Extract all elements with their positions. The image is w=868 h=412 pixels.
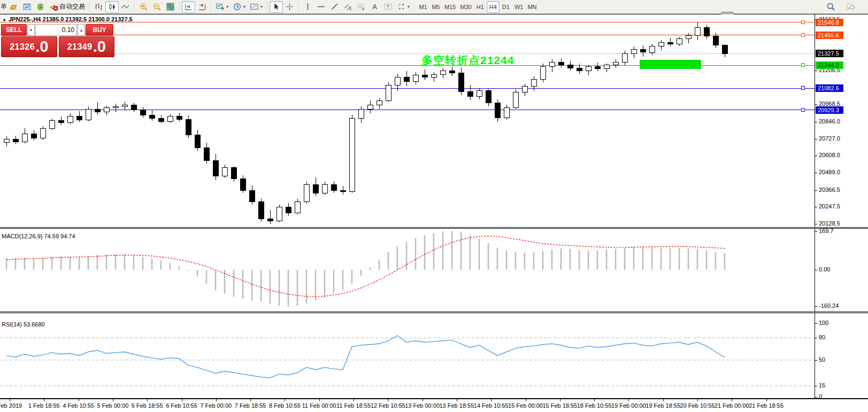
chart-title-text: JPN225-,H4 21385.0 21392.5 21300.0 21327… [9,16,133,22]
time-tick-mark [560,399,560,401]
chart-annotation-text[interactable]: 多空转折点21244 [421,53,514,68]
hline-drag-handle[interactable] [801,86,805,90]
time-axis-label: 5 Feb 18:55 [132,402,163,409]
hline-drag-handle[interactable] [801,33,805,37]
time-axis-label: 13 Feb 18:55 [439,402,474,409]
volume-input[interactable] [35,24,77,36]
tab-timeframe-H4[interactable]: H4 [487,1,500,13]
sell-price-button[interactable]: 21326 .0 [1,36,57,57]
candlestick-canvas[interactable] [0,15,815,227]
pane-separator[interactable] [0,227,868,229]
time-axis-label: 14 Feb 10:55 [474,402,509,409]
new-order[interactable]: 单 [0,1,7,13]
signal-button[interactable] [34,1,47,13]
search-button[interactable] [824,1,838,13]
time-tick-mark [79,399,79,401]
rsi-pane[interactable] [0,313,815,398]
button-label: H1 [477,4,484,10]
time-tick-mark [491,399,491,401]
text-label-icon [383,2,393,11]
horizontal-line-button[interactable] [314,1,328,13]
sell-button[interactable]: SELL [1,24,27,36]
time-tick-mark [594,399,595,401]
tab-timeframe-D1[interactable]: D1 [500,1,512,13]
arrows-button[interactable]: ▾ [395,1,412,13]
rsi-canvas[interactable] [0,313,815,398]
zoom-out-icon [152,2,162,11]
macd-axis-tick: -160.24 [819,302,839,309]
sell-price-dec: .0 [35,39,48,55]
dropdown-caret-icon[interactable]: ▾ [260,5,263,9]
trendline-button[interactable] [328,1,341,13]
hline-drag-handle[interactable] [801,63,805,67]
candlestick-chart-button[interactable] [105,1,119,13]
price-tick-mark [815,71,817,71]
vertical-line-icon [303,2,312,11]
tab-timeframe-W1[interactable]: W1 [512,1,526,13]
chart-window-button[interactable] [20,1,34,13]
tab-timeframe-M15[interactable]: M15 [442,1,458,13]
buy-price-button[interactable]: 21349 .0 [59,36,115,57]
volume-decrease-button[interactable]: ▼ [27,24,35,36]
price-axis[interactable]: 21563.521206.520968.520846.020727.020608… [815,14,868,399]
hline-drag-handle[interactable] [801,20,805,24]
time-axis[interactable]: Feb 20191 Feb 18:554 Feb 10:555 Feb 00:0… [0,399,815,412]
tab-timeframe-M30[interactable]: M30 [458,1,473,13]
tab-timeframe-MN[interactable]: MN [525,1,539,13]
dropdown-caret-icon[interactable]: ▾ [226,5,228,9]
button-label: 自动交易 [59,2,85,11]
time-tick-mark [423,399,423,401]
gold-ingot-button[interactable] [7,1,20,13]
tile-windows-button[interactable] [164,1,177,13]
tab-timeframe-H1[interactable]: H1 [474,1,487,13]
text-button[interactable] [368,1,381,13]
rsi-axis-tick-mark [815,360,817,361]
zoom-out-button[interactable] [150,1,164,13]
time-axis-label: 11 Feb 18:55 [336,402,371,409]
tab-timeframe-M1[interactable]: M1 [417,1,429,13]
tab-timeframe-M5[interactable]: M5 [429,1,442,13]
hline-drag-handle[interactable] [801,108,805,112]
trade-panel-prices: 21326 .0 21349 .0 [1,36,114,57]
fibonacci-button[interactable] [355,1,368,13]
time-axis-label: 20 Feb 10:55 [680,402,715,409]
volume-increase-button[interactable]: ▲ [78,24,85,36]
button-label: D1 [502,4,510,10]
bar-chart-button[interactable] [92,1,105,13]
chat-button[interactable] [844,1,857,13]
auto-scroll-button[interactable] [182,1,195,13]
main-chart-pane[interactable] [0,15,815,227]
chart-shift-button[interactable] [195,1,209,13]
pane-splitter-grip[interactable] [721,12,734,14]
buy-button[interactable]: BUY [86,24,113,36]
buy-price-dec: .0 [93,39,106,55]
periods-clock-button[interactable]: ▾ [231,1,248,13]
pane-separator[interactable] [0,312,868,313]
button-label: M15 [444,4,456,10]
price-level-label: 20929.3 [816,106,843,114]
cursor-button[interactable] [270,1,283,13]
indicators-add-button[interactable]: ▾ [213,1,231,13]
time-axis-label: 1 Feb 18:55 [28,402,60,409]
time-axis-label: 21 Feb 00:00 [715,402,749,409]
vertical-line-button[interactable] [301,1,314,13]
macd-pane[interactable] [0,229,815,312]
time-tick-mark [216,399,217,401]
autotrading-megaphone-button[interactable]: 自动交易 [47,1,87,13]
line-chart-button[interactable] [119,1,132,13]
time-tick-mark [113,399,113,401]
zoom-in-button[interactable] [137,1,150,13]
rsi-axis-tick: 15 [819,382,825,388]
dropdown-caret-icon[interactable]: ▾ [243,5,245,9]
crosshair-button[interactable] [283,1,296,13]
dropdown-caret-icon[interactable]: ▾ [408,5,410,9]
macd-canvas[interactable] [0,229,815,312]
text-label-button[interactable] [381,1,395,13]
fibonacci-icon [357,2,366,11]
one-click-trading-panel: SELL ▼ ▲ BUY 21326 .0 21349 .0 [1,24,114,57]
equidistant-channel-button[interactable] [341,1,355,13]
time-tick-mark [766,399,767,401]
templates-button[interactable]: ▾ [248,1,265,13]
price-tick: 20727.0 [819,135,840,142]
toolbar-separator [267,2,267,12]
